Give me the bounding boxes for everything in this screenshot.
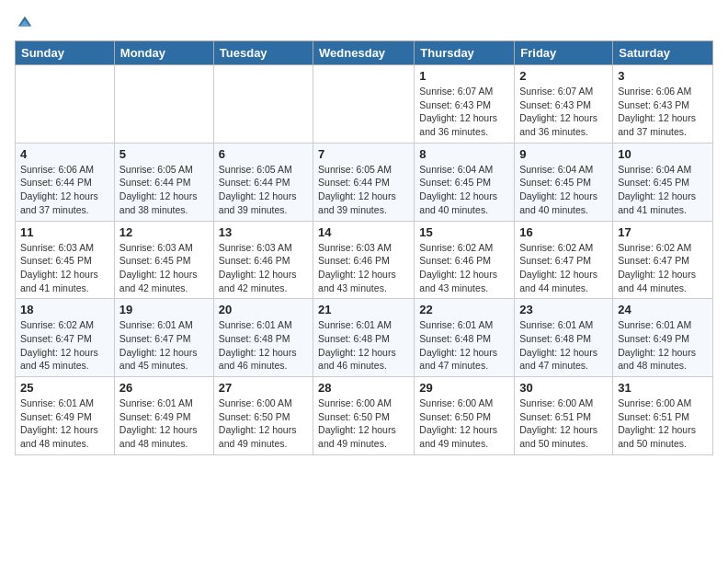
week-row-4: 18Sunrise: 6:02 AM Sunset: 6:47 PM Dayli…	[16, 299, 713, 377]
calendar-cell: 8Sunrise: 6:04 AM Sunset: 6:45 PM Daylig…	[415, 143, 515, 221]
column-header-thursday: Thursday	[415, 41, 515, 65]
day-info: Sunrise: 6:02 AM Sunset: 6:46 PM Dayligh…	[419, 241, 509, 295]
day-info: Sunrise: 6:03 AM Sunset: 6:46 PM Dayligh…	[318, 241, 409, 295]
calendar-cell: 25Sunrise: 6:01 AM Sunset: 6:49 PM Dayli…	[16, 377, 115, 455]
calendar-cell: 14Sunrise: 6:03 AM Sunset: 6:46 PM Dayli…	[313, 221, 415, 299]
week-row-5: 25Sunrise: 6:01 AM Sunset: 6:49 PM Dayli…	[16, 377, 713, 455]
calendar-cell: 2Sunrise: 6:07 AM Sunset: 6:43 PM Daylig…	[515, 65, 613, 144]
day-info: Sunrise: 6:00 AM Sunset: 6:50 PM Dayligh…	[318, 396, 409, 451]
week-row-2: 4Sunrise: 6:06 AM Sunset: 6:44 PM Daylig…	[16, 143, 713, 221]
column-header-sunday: Sunday	[16, 41, 115, 65]
day-number: 28	[318, 381, 409, 395]
calendar-cell: 27Sunrise: 6:00 AM Sunset: 6:50 PM Dayli…	[213, 377, 313, 455]
calendar-cell: 11Sunrise: 6:03 AM Sunset: 6:45 PM Dayli…	[16, 221, 115, 299]
day-info: Sunrise: 6:00 AM Sunset: 6:51 PM Dayligh…	[618, 396, 708, 451]
day-number: 23	[519, 303, 608, 316]
day-info: Sunrise: 6:01 AM Sunset: 6:49 PM Dayligh…	[20, 396, 109, 451]
calendar-cell: 24Sunrise: 6:01 AM Sunset: 6:49 PM Dayli…	[613, 299, 713, 377]
day-info: Sunrise: 6:03 AM Sunset: 6:46 PM Dayligh…	[219, 241, 308, 295]
column-header-friday: Friday	[515, 41, 613, 65]
day-info: Sunrise: 6:05 AM Sunset: 6:44 PM Dayligh…	[219, 163, 308, 217]
day-info: Sunrise: 6:03 AM Sunset: 6:45 PM Dayligh…	[20, 241, 109, 295]
calendar-body: 1Sunrise: 6:07 AM Sunset: 6:43 PM Daylig…	[16, 65, 713, 455]
calendar-cell: 16Sunrise: 6:02 AM Sunset: 6:47 PM Dayli…	[515, 221, 613, 299]
calendar-cell	[114, 65, 213, 144]
logo	[15, 15, 33, 31]
day-number: 2	[519, 69, 608, 83]
calendar-cell: 5Sunrise: 6:05 AM Sunset: 6:44 PM Daylig…	[114, 143, 213, 221]
day-info: Sunrise: 6:01 AM Sunset: 6:48 PM Dayligh…	[219, 318, 308, 373]
calendar-cell: 15Sunrise: 6:02 AM Sunset: 6:46 PM Dayli…	[415, 221, 515, 299]
calendar-cell: 20Sunrise: 6:01 AM Sunset: 6:48 PM Dayli…	[213, 299, 313, 377]
calendar-cell: 31Sunrise: 6:00 AM Sunset: 6:51 PM Dayli…	[613, 377, 713, 455]
calendar-cell: 7Sunrise: 6:05 AM Sunset: 6:44 PM Daylig…	[313, 143, 415, 221]
day-info: Sunrise: 6:02 AM Sunset: 6:47 PM Dayligh…	[20, 318, 109, 373]
day-info: Sunrise: 6:01 AM Sunset: 6:48 PM Dayligh…	[318, 318, 409, 373]
calendar-cell	[213, 65, 313, 144]
day-number: 17	[618, 225, 708, 239]
day-number: 7	[318, 147, 409, 161]
calendar-cell: 28Sunrise: 6:00 AM Sunset: 6:50 PM Dayli…	[313, 377, 415, 455]
day-number: 31	[618, 381, 708, 395]
calendar-cell: 29Sunrise: 6:00 AM Sunset: 6:50 PM Dayli…	[415, 377, 515, 455]
day-number: 13	[219, 225, 308, 239]
day-number: 21	[318, 303, 409, 316]
day-info: Sunrise: 6:01 AM Sunset: 6:49 PM Dayligh…	[119, 396, 209, 451]
day-number: 16	[519, 225, 608, 239]
calendar-cell: 21Sunrise: 6:01 AM Sunset: 6:48 PM Dayli…	[313, 299, 415, 377]
day-info: Sunrise: 6:02 AM Sunset: 6:47 PM Dayligh…	[519, 241, 608, 295]
day-number: 12	[119, 225, 209, 239]
calendar-cell: 12Sunrise: 6:03 AM Sunset: 6:45 PM Dayli…	[114, 221, 213, 299]
day-number: 24	[618, 303, 708, 316]
day-number: 6	[219, 147, 308, 161]
column-header-saturday: Saturday	[613, 41, 713, 65]
calendar-cell	[16, 65, 115, 144]
week-row-1: 1Sunrise: 6:07 AM Sunset: 6:43 PM Daylig…	[16, 65, 713, 144]
calendar-cell: 22Sunrise: 6:01 AM Sunset: 6:48 PM Dayli…	[415, 299, 515, 377]
day-number: 25	[20, 381, 109, 395]
calendar-cell: 23Sunrise: 6:01 AM Sunset: 6:48 PM Dayli…	[515, 299, 613, 377]
logo-icon	[17, 15, 33, 31]
day-number: 19	[119, 303, 209, 316]
calendar-cell: 3Sunrise: 6:06 AM Sunset: 6:43 PM Daylig…	[613, 65, 713, 144]
day-number: 9	[519, 147, 608, 161]
calendar: SundayMondayTuesdayWednesdayThursdayFrid…	[15, 40, 713, 455]
day-number: 14	[318, 225, 409, 239]
day-number: 10	[618, 147, 708, 161]
calendar-cell: 9Sunrise: 6:04 AM Sunset: 6:45 PM Daylig…	[515, 143, 613, 221]
calendar-header: SundayMondayTuesdayWednesdayThursdayFrid…	[16, 41, 713, 65]
day-number: 5	[119, 147, 209, 161]
column-header-tuesday: Tuesday	[213, 41, 313, 65]
day-info: Sunrise: 6:01 AM Sunset: 6:49 PM Dayligh…	[618, 318, 708, 373]
day-number: 1	[419, 69, 509, 83]
day-info: Sunrise: 6:00 AM Sunset: 6:50 PM Dayligh…	[419, 396, 509, 451]
day-number: 4	[20, 147, 109, 161]
calendar-cell: 26Sunrise: 6:01 AM Sunset: 6:49 PM Dayli…	[114, 377, 213, 455]
day-info: Sunrise: 6:06 AM Sunset: 6:44 PM Dayligh…	[20, 163, 109, 217]
day-info: Sunrise: 6:00 AM Sunset: 6:51 PM Dayligh…	[519, 396, 608, 451]
week-row-3: 11Sunrise: 6:03 AM Sunset: 6:45 PM Dayli…	[16, 221, 713, 299]
day-info: Sunrise: 6:03 AM Sunset: 6:45 PM Dayligh…	[119, 241, 209, 295]
calendar-cell: 6Sunrise: 6:05 AM Sunset: 6:44 PM Daylig…	[213, 143, 313, 221]
day-number: 30	[519, 381, 608, 395]
day-info: Sunrise: 6:01 AM Sunset: 6:48 PM Dayligh…	[519, 318, 608, 373]
day-info: Sunrise: 6:05 AM Sunset: 6:44 PM Dayligh…	[119, 163, 209, 217]
calendar-cell: 17Sunrise: 6:02 AM Sunset: 6:47 PM Dayli…	[613, 221, 713, 299]
day-info: Sunrise: 6:04 AM Sunset: 6:45 PM Dayligh…	[618, 163, 708, 217]
calendar-cell: 18Sunrise: 6:02 AM Sunset: 6:47 PM Dayli…	[16, 299, 115, 377]
column-header-monday: Monday	[114, 41, 213, 65]
day-info: Sunrise: 6:05 AM Sunset: 6:44 PM Dayligh…	[318, 163, 409, 217]
day-number: 27	[219, 381, 308, 395]
day-number: 20	[219, 303, 308, 316]
calendar-cell	[313, 65, 415, 144]
day-number: 15	[419, 225, 509, 239]
day-info: Sunrise: 6:01 AM Sunset: 6:47 PM Dayligh…	[119, 318, 209, 373]
calendar-cell: 30Sunrise: 6:00 AM Sunset: 6:51 PM Dayli…	[515, 377, 613, 455]
page-header	[15, 15, 713, 31]
day-info: Sunrise: 6:00 AM Sunset: 6:50 PM Dayligh…	[219, 396, 308, 451]
day-number: 3	[618, 69, 708, 83]
day-info: Sunrise: 6:04 AM Sunset: 6:45 PM Dayligh…	[519, 163, 608, 217]
day-info: Sunrise: 6:06 AM Sunset: 6:43 PM Dayligh…	[618, 85, 708, 139]
day-number: 11	[20, 225, 109, 239]
day-info: Sunrise: 6:07 AM Sunset: 6:43 PM Dayligh…	[519, 85, 608, 139]
